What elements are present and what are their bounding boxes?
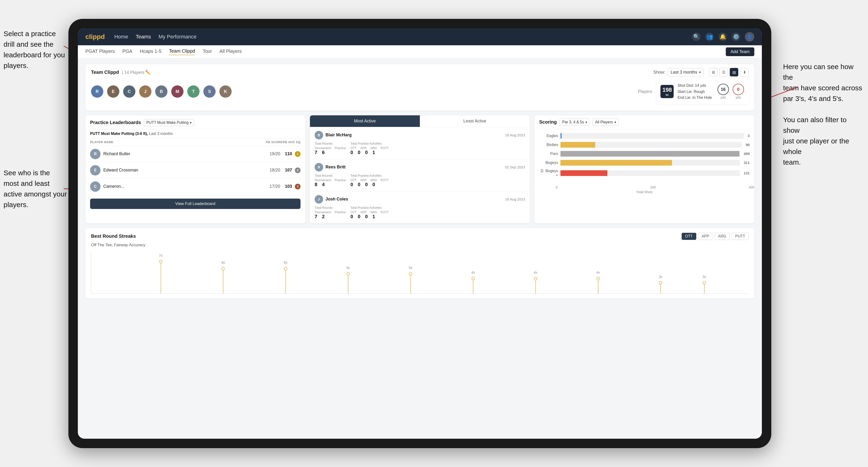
activity-stats-2: Total Rounds Tournament Practice 8 4 — [315, 174, 525, 187]
card-view-button[interactable]: ▤ — [730, 68, 738, 76]
streak-line-1 — [223, 269, 223, 293]
leaderboard-subtitle: PUTT Must Make Putting (3-6 ft), Last 3 … — [85, 129, 305, 138]
bar-value: 96 — [746, 143, 750, 147]
lb-score-3: 17/20 — [270, 184, 280, 189]
streak-line-2 — [285, 269, 286, 293]
lb-row-1[interactable]: R Richard Butler 19/20 110 1 — [85, 146, 305, 162]
shot-yds: 16 yds 0 yds — [717, 84, 744, 99]
activity-player-1-header: B Blair McHarg 26 Aug 2023 — [315, 131, 525, 139]
show-dropdown[interactable]: Last 3 months ▾ — [668, 68, 704, 76]
bar-fill — [560, 142, 595, 148]
activity-avatar-3: J — [315, 195, 323, 204]
view-full-leaderboard-button[interactable]: View Full Leaderboard — [90, 198, 301, 209]
arg-filter-button[interactable]: ARG — [715, 233, 730, 240]
drill-dropdown[interactable]: PUTT Must Make Putting ▾ — [144, 119, 194, 126]
list-view-button[interactable]: ☰ — [719, 68, 728, 76]
par-filter-dropdown[interactable]: Par 3, 4 & 5s ▾ — [559, 119, 590, 126]
streak-label-0: 7x — [159, 253, 162, 257]
streak-line-7 — [598, 279, 598, 293]
chevron-down-icon: ▾ — [699, 70, 701, 74]
lb-avatar-2: E — [90, 165, 100, 176]
activity-avatar-1: B — [315, 131, 323, 139]
most-active-tab[interactable]: Most Active — [310, 115, 420, 127]
bar-value: 499 — [744, 152, 750, 156]
nav-my-performance[interactable]: My Performance — [158, 34, 196, 40]
streak-label-5: 4x — [471, 271, 475, 274]
lb-badge-silver: 2 — [295, 167, 301, 173]
bottom-grid: Practice Leaderboards PUTT Must Make Put… — [85, 115, 754, 223]
yds-box-1: 16 yds — [717, 84, 729, 99]
activity-tabs: Most Active Least Active — [310, 115, 530, 127]
ott-filter-button[interactable]: OTT — [682, 233, 696, 240]
activity-name-3: Josh Coles — [326, 197, 348, 201]
lb-name-3: Cameron... — [103, 184, 267, 189]
streak-line-3 — [348, 274, 348, 293]
streak-line-6 — [535, 279, 536, 293]
people-button[interactable]: 👥 — [705, 33, 714, 41]
activity-date-3: 26 Aug 2023 — [505, 197, 525, 201]
streak-dot-3 — [346, 272, 350, 276]
lb-name-1: Richard Butler — [103, 151, 267, 156]
subnav-all-players[interactable]: All Players — [219, 49, 242, 55]
team-name: Team Clippd — [91, 69, 119, 75]
streak-dot-2 — [284, 267, 287, 270]
bar-row-bogeys: Bogeys 311 — [539, 160, 750, 165]
least-active-tab[interactable]: Least Active — [420, 115, 530, 127]
streak-label-1: 6x — [221, 261, 225, 264]
total-rounds-group-1: Total Rounds Tournament Practice 7 6 — [315, 142, 346, 155]
bar-row-pars: Pars 499 — [539, 151, 750, 157]
player-avatar-4[interactable]: J — [139, 85, 151, 98]
lb-table-header: PLAYER NAME PB SCORE PB AVG SQ — [85, 138, 305, 146]
bell-button[interactable]: 🔔 — [718, 33, 727, 41]
player-avatar-5[interactable]: B — [155, 85, 167, 98]
lb-avg-3: 103 — [285, 184, 292, 189]
player-avatar-8[interactable]: S — [203, 85, 216, 98]
tablet-screen: clippd Home Teams My Performance 🔍 👥 🔔 ⚙… — [78, 28, 762, 439]
lb-row-2[interactable]: E Edward Crossman 18/20 107 2 — [85, 162, 305, 179]
search-button[interactable]: 🔍 — [692, 33, 701, 41]
grid-view-button[interactable]: ⊞ — [709, 68, 717, 76]
lb-row-3[interactable]: C Cameron... 17/20 103 3 — [85, 179, 305, 195]
settings-button[interactable]: ⚙️ — [732, 33, 740, 41]
player-avatar-2[interactable]: E — [107, 85, 119, 98]
edit-icon[interactable]: ✏️ — [145, 70, 151, 75]
subnav-hcaps[interactable]: Hcaps 1-5 — [140, 49, 161, 55]
subnav-tour[interactable]: Tour — [203, 49, 212, 55]
annotation-top-left: Select a practice drill and see the lead… — [3, 28, 67, 71]
subnav-team-clippd[interactable]: Team Clippd — [169, 49, 195, 55]
player-avatar-7[interactable]: T — [187, 85, 199, 98]
activity-avatar-2: R — [315, 163, 323, 172]
bar-row-eagles: Eagles 3 — [539, 133, 750, 139]
activity-player-3-header: J Josh Coles 26 Aug 2023 — [315, 195, 525, 204]
player-filter-dropdown[interactable]: All Players ▾ — [592, 119, 619, 126]
bar-container — [560, 133, 744, 139]
show-label: Show: — [653, 70, 665, 75]
add-team-button[interactable]: Add Team — [726, 48, 754, 56]
putt-filter-button[interactable]: PUTT — [732, 233, 749, 240]
filter-button[interactable]: ⬇ — [740, 68, 749, 76]
app-filter-button[interactable]: APP — [698, 233, 713, 240]
streak-dot-8 — [659, 281, 662, 284]
player-avatar-3[interactable]: C — [123, 85, 135, 98]
player-avatar-6[interactable]: M — [171, 85, 184, 98]
nav-teams[interactable]: Teams — [135, 34, 151, 40]
lb-avatar-1: R — [90, 149, 100, 159]
activity-player-2: R Rees Britt 02 Sep 2023 Total Rounds To… — [310, 159, 530, 191]
lb-badge-gold: 1 — [295, 151, 301, 157]
logo: clippd — [85, 33, 105, 40]
nav-home[interactable]: Home — [114, 34, 128, 40]
player-avatar-9[interactable]: K — [219, 85, 231, 98]
bar-value: 3 — [748, 134, 750, 138]
activity-date-2: 02 Sep 2023 — [505, 165, 525, 169]
subnav-pga[interactable]: PGA — [122, 49, 132, 55]
subnav-pgat-players[interactable]: PGAT Players — [85, 49, 115, 55]
streak-label-9: 3x — [703, 275, 706, 279]
player-avatar-1[interactable]: R — [91, 85, 103, 98]
bar-label: Birdies — [539, 143, 558, 147]
yds-box-2: 0 yds — [733, 84, 744, 99]
streak-dot-9 — [703, 281, 706, 284]
bar-label: D. Bogeys + — [539, 169, 558, 177]
lb-score-2: 18/20 — [270, 168, 280, 173]
user-avatar[interactable]: 👤 — [745, 32, 754, 41]
chevron-down-icon: ▾ — [585, 120, 587, 124]
